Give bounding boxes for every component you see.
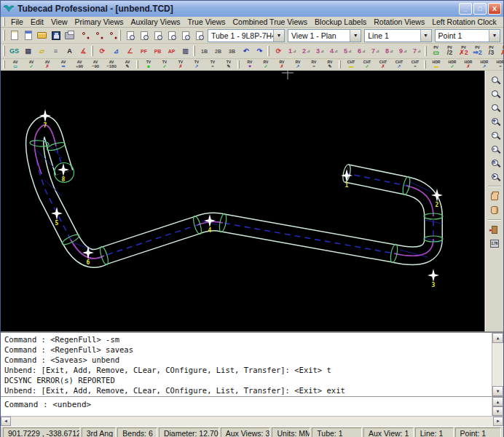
view-6-icon[interactable]: 6⊿ [355,45,368,58]
tube-copy-icon[interactable] [91,29,103,42]
view-layout-4-icon[interactable] [165,29,178,42]
zoom-out-icon[interactable]: − [487,129,502,141]
toolbar-grip[interactable] [91,46,93,56]
close-button[interactable]: X [488,3,501,15]
menu-blockup-labels[interactable]: Blockup Labels [311,17,370,26]
view-7b-icon[interactable]: 7⊿ [411,45,423,58]
tube-select-dropdown-icon[interactable]: ▼ [273,30,284,42]
rv-align-icon[interactable]: RV= [307,60,321,70]
toolbar-grip[interactable] [3,17,5,25]
pv-arrange2-icon[interactable]: PV⇒2 [471,45,484,58]
line-select-dropdown-icon[interactable]: ▼ [420,30,431,42]
line-select[interactable]: Line 1▼ [364,29,431,42]
horizontal-scrollbar[interactable]: ◄ ► [1,416,503,426]
zoom-in-icon[interactable]: + [487,143,502,155]
view-select[interactable]: View 1 - Plan▼ [288,29,361,42]
pv-icon[interactable]: PV▭ [430,45,442,58]
tube-select[interactable]: Tube 1 - 9L8P-7H420-BD▼ [208,29,285,42]
hdr-move-icon[interactable]: HDR↗ [477,60,492,70]
view-4-icon[interactable]: 4⊿ [328,45,340,58]
cht-align-icon[interactable]: CHT= [408,60,422,70]
redo-icon[interactable]: ↷ [253,45,266,58]
point-select[interactable]: Point 1▼ [435,29,500,42]
scroll-up-icon[interactable]: ▲ [492,333,503,343]
open-icon[interactable] [36,29,48,42]
av-edit-icon[interactable]: AV✎ [120,60,135,70]
print-icon[interactable] [63,29,76,42]
hdr-icon[interactable]: HDR▬ [429,60,444,70]
title-bar[interactable]: Tubecad Professional - [unbend.TCD] _ □ … [1,1,503,17]
toolbar-grip[interactable] [119,30,121,41]
menu-view[interactable]: View [47,17,71,26]
toolbar-grip[interactable] [3,30,5,41]
menu-rotation-views[interactable]: Rotation Views [370,17,428,26]
zoom-window-icon[interactable]: ▫ [487,74,502,86]
zoom-dynamic-icon[interactable] [487,87,502,100]
view-layout-1-icon[interactable] [124,29,136,42]
cht-accept-icon[interactable]: CHT✓ [360,60,374,70]
view-1-icon[interactable]: 1⊿ [286,45,299,58]
tv-delete-icon[interactable]: TV✗ [173,60,188,70]
undo-icon[interactable]: ↶ [240,45,252,58]
rv-icon[interactable]: RV♥ [243,60,257,70]
view-select-dropdown-icon[interactable]: ▼ [350,30,361,42]
export-icon[interactable] [487,224,502,236]
view-layout-3-icon[interactable] [151,29,164,42]
point-select-dropdown-icon[interactable]: ▼ [489,30,500,42]
rotate-view-icon[interactable]: ⟳ [96,45,109,58]
toolbar-grip[interactable] [3,46,5,56]
new-from-template-icon[interactable] [22,29,34,42]
av-minus90-icon[interactable]: AV−90 [88,60,103,70]
view-5-icon[interactable]: 5⊿ [342,45,354,58]
pan-icon[interactable] [487,190,502,202]
view-9-icon[interactable]: 9⊿ [397,45,409,58]
toolbar-grip[interactable] [136,60,138,68]
rv-accept-icon[interactable]: RV✓ [259,60,273,70]
view-7-icon[interactable]: 7⊿ [369,45,382,58]
view-layout-6-icon[interactable] [193,29,205,42]
zoom-extents-icon[interactable]: ✛ [487,115,502,127]
view-3-icon[interactable]: 3⊿ [314,45,326,58]
maximize-button[interactable]: □ [473,3,487,15]
view-layout-5-icon[interactable] [179,29,192,42]
menu-edit[interactable]: Edit [27,17,47,26]
menu-primary-views[interactable]: Primary Views [71,17,127,26]
toolbar-grip[interactable] [237,60,240,68]
eraser-icon[interactable]: ▱ [36,45,48,58]
scroll-left-icon[interactable]: ◄ [1,417,11,426]
zoom-scale-icon[interactable]: R [487,157,502,169]
horizontal-scroll-track[interactable] [11,417,493,426]
menu-auxilary-views[interactable]: Auxilary Views [127,17,184,26]
av-icon[interactable]: AV▭ [8,60,23,70]
toolbar-grip[interactable] [424,60,426,68]
view-8-icon[interactable]: 8⊿ [383,45,395,58]
shade-icon[interactable] [487,204,502,216]
hdr-align-icon[interactable]: HDR= [493,60,504,70]
calculator-icon[interactable]: 1.76 [487,237,502,250]
console-scrollbar[interactable]: ▲ ▼ [492,333,503,396]
scroll-right-icon[interactable]: ► [493,417,503,426]
point-marker-3[interactable]: 3 [428,269,439,288]
zoom-previous-icon[interactable] [487,101,502,114]
bend-2-icon[interactable]: 2B [212,45,224,58]
tv-edit-icon[interactable]: TV✎ [221,60,236,70]
toolbar-grip[interactable] [339,60,341,68]
view-2-icon[interactable]: 2⊿ [300,45,312,58]
pb-dimension-icon[interactable]: PB [151,45,164,58]
toolbar-grip[interactable] [267,46,269,56]
hdr-accept-icon[interactable]: HDR✓ [445,60,460,70]
protractor-icon[interactable]: ⊿ [110,45,122,58]
av-minus180-icon[interactable]: AV−180 [104,60,119,70]
toolbar-grip[interactable] [193,46,195,56]
av-accept-icon[interactable]: AV✓ [24,60,39,70]
menu-right-rotation-clock[interactable]: Right Rotation Clock [500,17,504,26]
save-icon[interactable] [50,29,62,42]
bend-1-icon[interactable]: 1B [198,45,210,58]
rv-move-icon[interactable]: RV↗ [291,60,305,70]
tv-icon[interactable]: TV■ [141,60,156,70]
hdr-delete-icon[interactable]: HDR✗ [461,60,476,70]
command-console[interactable]: Command : <RegenFull> -smCommand : <Rege… [1,331,503,396]
pv-x2-icon[interactable]: PV✗2 [457,45,470,58]
angle-icon[interactable]: ∠ [124,45,136,58]
av-delete-icon[interactable]: AV✗ [40,60,55,70]
